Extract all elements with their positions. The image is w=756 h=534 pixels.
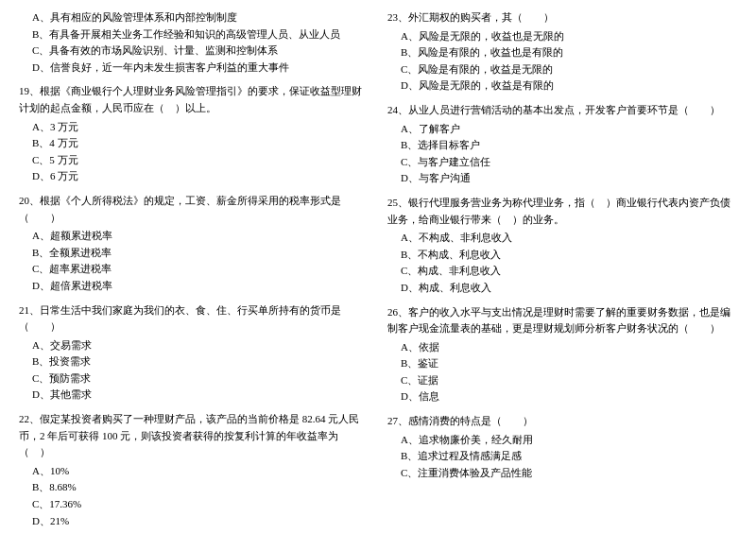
- q26-option-d: D、信息: [387, 388, 737, 405]
- question-20: 20、根据《个人所得税法》的规定，工资、薪金所得采用的税率形式是（ ） A、超额…: [19, 193, 369, 295]
- question-20-title: 20、根据《个人所得税法》的规定，工资、薪金所得采用的税率形式是（ ）: [19, 193, 369, 226]
- q24-option-a: A、了解客户: [387, 121, 737, 138]
- question-25-title: 25、银行代理服务营业务为称代理业务，指（ ）商业银行代表内资产负债业务，给商业…: [387, 195, 737, 228]
- question-24-title: 24、从业人员进行营销活动的基本出发点，开发客户首要环节是（ ）: [387, 102, 737, 119]
- q20-option-b: B、全额累进税率: [19, 245, 369, 262]
- question-25: 25、银行代理服务营业务为称代理业务，指（ ）商业银行代表内资产负债业务，给商业…: [387, 195, 737, 297]
- q20-option-d: D、超倍累进税率: [19, 278, 369, 295]
- q27-option-a: A、追求物廉价美，经久耐用: [387, 432, 737, 449]
- q24-option-c: C、与客户建立信任: [387, 154, 737, 171]
- q22-option-b: B、8.68%: [19, 479, 369, 496]
- q20-option-c: C、超率累进税率: [19, 261, 369, 278]
- q22-option-d: D、21%: [19, 513, 369, 530]
- question-19: 19、根据《商业银行个人理财业务风险管理指引》的要求，保证收益型理财计划的起点金…: [19, 83, 369, 185]
- q25-option-d: D、构成、利息收入: [387, 280, 737, 297]
- q23-option-c: C、风险是有限的，收益是无限的: [387, 61, 737, 78]
- q19-option-a: A、3 万元: [19, 119, 369, 136]
- q19-option-b: B、4 万元: [19, 135, 369, 152]
- q25-option-b: B、不构成、利息收入: [387, 247, 737, 264]
- q27-option-c: C、注重消费体验及产品性能: [387, 465, 737, 482]
- q24-option-b: B、选择目标客户: [387, 137, 737, 154]
- q21-option-c: C、预防需求: [19, 370, 369, 388]
- q26-option-a: A、依据: [387, 339, 737, 356]
- question-26-title: 26、客户的收入水平与支出情况是理财时需要了解的重要财务数据，也是编制客户现金流…: [387, 304, 737, 337]
- intro-option-a: A、具有相应的风险管理体系和内部控制制度: [19, 9, 369, 26]
- q19-option-d: D、6 万元: [19, 168, 369, 185]
- q25-option-c: C、构成、非利息收入: [387, 263, 737, 280]
- question-21-title: 21、日常生活中我们家庭为我们的衣、食、住、行买单所持有的货币是（ ）: [19, 302, 369, 336]
- intro-option-c: C、具备有效的市场风险识别、计量、监测和控制体系: [19, 43, 369, 60]
- q22-option-c: C、17.36%: [19, 496, 369, 513]
- intro-block: A、具有相应的风险管理体系和内部控制制度 B、有具备开展相关业务工作经验和知识的…: [19, 9, 369, 76]
- q21-option-d: D、其他需求: [19, 387, 369, 404]
- q25-option-a: A、不构成、非利息收入: [387, 230, 737, 247]
- question-24: 24、从业人员进行营销活动的基本出发点，开发客户首要环节是（ ） A、了解客户 …: [387, 102, 737, 187]
- q23-option-a: A、风险是无限的，收益也是无限的: [387, 28, 737, 45]
- question-27-title: 27、感情消费的特点是（ ）: [387, 413, 737, 430]
- q22-option-a: A、10%: [19, 463, 369, 480]
- question-19-title: 19、根据《商业银行个人理财业务风险管理指引》的要求，保证收益型理财计划的起点金…: [19, 83, 369, 116]
- page-container: A、具有相应的风险管理体系和内部控制制度 B、有具备开展相关业务工作经验和知识的…: [19, 9, 737, 534]
- question-27: 27、感情消费的特点是（ ） A、追求物廉价美，经久耐用 B、追求过程及情感满足…: [387, 413, 737, 481]
- q26-option-b: B、鉴证: [387, 355, 737, 372]
- question-26: 26、客户的收入水平与支出情况是理财时需要了解的重要财务数据，也是编制客户现金流…: [387, 304, 737, 406]
- question-23-title: 23、外汇期权的购买者，其（ ）: [387, 9, 737, 26]
- q24-option-d: D、与客户沟通: [387, 170, 737, 187]
- intro-option-b: B、有具备开展相关业务工作经验和知识的高级管理人员、从业人员: [19, 26, 369, 43]
- left-column: A、具有相应的风险管理体系和内部控制制度 B、有具备开展相关业务工作经验和知识的…: [19, 9, 369, 534]
- q23-option-d: D、风险是无限的，收益是有限的: [387, 78, 737, 95]
- intro-option-d: D、信誉良好，近一年内未发生损害客户利益的重大事件: [19, 60, 369, 77]
- q21-option-a: A、交易需求: [19, 337, 369, 354]
- q19-option-c: C、5 万元: [19, 152, 369, 169]
- q21-option-b: B、投资需求: [19, 353, 369, 370]
- question-23: 23、外汇期权的购买者，其（ ） A、风险是无限的，收益也是无限的 B、风险是有…: [387, 9, 737, 95]
- right-column: 23、外汇期权的购买者，其（ ） A、风险是无限的，收益也是无限的 B、风险是有…: [387, 9, 737, 534]
- q27-option-b: B、追求过程及情感满足感: [387, 448, 737, 465]
- question-22: 22、假定某投资者购买了一种理财产品，该产品的当前价格是 82.64 元人民币，…: [19, 411, 369, 529]
- q23-option-b: B、风险是有限的，收益也是有限的: [387, 44, 737, 61]
- q20-option-a: A、超额累进税率: [19, 228, 369, 245]
- question-22-title: 22、假定某投资者购买了一种理财产品，该产品的当前价格是 82.64 元人民币，…: [19, 411, 369, 461]
- question-21: 21、日常生活中我们家庭为我们的衣、食、住、行买单所持有的货币是（ ） A、交易…: [19, 302, 369, 405]
- q26-option-c: C、证据: [387, 372, 737, 389]
